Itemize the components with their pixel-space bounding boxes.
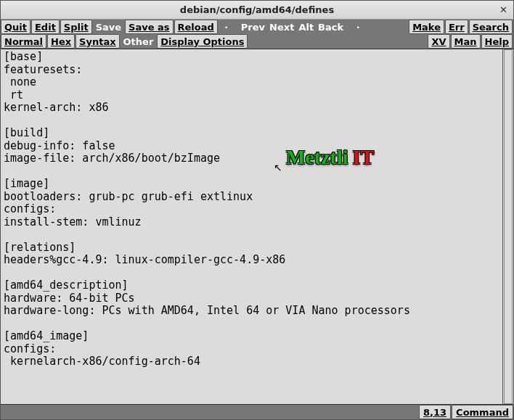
vertical-scrollbar[interactable] [502,49,513,404]
next-button[interactable]: Next [269,22,294,32]
prev-button[interactable]: Prev [241,22,265,32]
normal-button[interactable]: Normal [1,34,46,49]
editor-area: [base] featuresets: none rt kernel-arch:… [1,49,513,405]
editor-mode: Command [452,405,513,419]
alt-button[interactable]: Alt [298,22,314,32]
err-button[interactable]: Err [445,20,468,34]
window-title: debian/config/amd64/defines [180,4,334,15]
toolbar2-spacer [248,34,428,49]
display-options-button[interactable]: Display Options [157,34,248,49]
close-icon[interactable]: ✕ [499,4,507,15]
hex-button[interactable]: Hex [47,34,75,49]
toolbar-spacer [367,20,409,34]
reload-button[interactable]: Reload [174,20,218,34]
toolbar-view: Normal Hex Syntax Other Display Options … [1,34,513,49]
text-editor[interactable]: [base] featuresets: none rt kernel-arch:… [1,49,502,404]
save-as-button[interactable]: Save as [125,20,173,34]
syntax-button[interactable]: Syntax [76,34,119,49]
split-button[interactable]: Split [60,20,92,34]
scrollbar-thumb[interactable] [504,49,513,404]
titlebar: debian/config/amd64/defines ✕ [1,1,513,20]
other-button[interactable]: Other [121,34,157,49]
cursor-position: 8,13 [419,405,451,419]
save-button[interactable]: Save [93,20,124,34]
edit-button[interactable]: Edit [31,20,60,34]
status-bar: 8,13 Command [1,405,513,419]
man-button[interactable]: Man [451,34,481,49]
status-spacer [1,405,419,419]
search-button[interactable]: Search [469,20,513,34]
nav-sep-icon: · [219,20,234,34]
make-button[interactable]: Make [409,20,444,34]
nav-sep2-icon: · [350,20,366,34]
xv-button[interactable]: XV [428,34,449,49]
quit-button[interactable]: Quit [1,20,30,34]
back-button[interactable]: Back [318,22,343,32]
help-button[interactable]: Help [481,34,513,49]
toolbar-main: Quit Edit Split Save Save as Reload · Pr… [1,20,513,34]
editor-window: debian/config/amd64/defines ✕ Quit Edit … [0,0,514,420]
nav-group: Prev Next Alt Back [235,20,349,34]
